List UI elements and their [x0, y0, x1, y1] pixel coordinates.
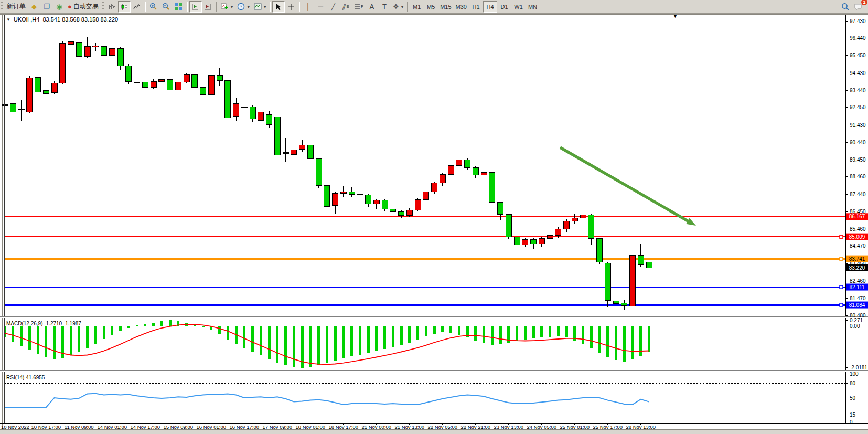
zoom-out-button[interactable] — [160, 1, 173, 13]
timeframe-button-m5[interactable]: M5 — [424, 1, 438, 13]
dropdown-icon: ▾ — [247, 4, 250, 9]
text-button[interactable]: A — [366, 1, 378, 13]
editor-icon: ◆ — [31, 3, 37, 10]
svg-text:94.430: 94.430 — [850, 70, 866, 76]
svg-text:96.440: 96.440 — [850, 35, 866, 41]
indicators-icon — [221, 3, 229, 10]
chart-canvas[interactable]: 97.43096.44095.45094.43093.44092.45091.4… — [0, 14, 868, 434]
crosshair-button[interactable] — [285, 1, 297, 13]
arrows-icon: ❖ — [393, 3, 399, 10]
svg-text:80: 80 — [850, 380, 856, 386]
svg-text:82.460: 82.460 — [850, 278, 866, 284]
channel-sub-label: E — [347, 4, 349, 9]
windows-button[interactable]: ❐ — [40, 1, 53, 13]
search-button[interactable] — [839, 1, 852, 13]
zoom-in-button[interactable] — [147, 1, 160, 13]
text-icon: A — [369, 3, 374, 10]
svg-text:83.741: 83.741 — [849, 256, 865, 262]
editor-button[interactable]: ◆ — [28, 1, 40, 13]
chart-title-bar[interactable]: ▼ UKOil-,H4 83.541 83.568 83.158 83.220 — [6, 16, 118, 23]
vertical-line-button[interactable]: │ — [302, 1, 314, 13]
svg-text:16 Nov 01:00: 16 Nov 01:00 — [196, 424, 226, 430]
timeframe-button-mn[interactable]: MN — [526, 1, 540, 13]
periods-button[interactable]: ▾ — [235, 1, 252, 13]
svg-text:25 Nov 17:00: 25 Nov 17:00 — [593, 424, 623, 430]
svg-text:83.220: 83.220 — [849, 265, 865, 271]
svg-text:84.470: 84.470 — [850, 243, 866, 249]
notification-badge[interactable]: 1 — [861, 0, 867, 5]
toolbar-separator — [407, 2, 408, 12]
arrows-button[interactable]: ❖ ▾ — [391, 1, 405, 13]
zoom-out-icon — [162, 3, 170, 10]
chart-window: 97.43096.44095.45094.43093.44092.45091.4… — [0, 14, 868, 434]
timeframe-button-d1[interactable]: D1 — [497, 1, 511, 13]
svg-text:91.430: 91.430 — [850, 122, 866, 128]
cursor-button[interactable] — [272, 1, 285, 13]
timeframe-button-m1[interactable]: M1 — [410, 1, 424, 13]
price-label-83.220: 83.220 — [846, 264, 868, 271]
trendline-button[interactable]: ╱ — [327, 1, 339, 13]
toolbar-grip[interactable] — [1, 2, 3, 12]
macd-indicator-label: MACD(12,26,9) -1.2710 -1.1987 — [6, 321, 81, 326]
svg-text:0: 0 — [850, 419, 853, 425]
toolbar-separator — [270, 2, 271, 12]
svg-text:15: 15 — [850, 412, 856, 418]
tile-windows-icon — [175, 3, 183, 10]
timeframe-button-m15[interactable]: M15 — [438, 1, 453, 13]
chart-shift-button[interactable] — [202, 1, 215, 13]
svg-text:14 Nov 01:00: 14 Nov 01:00 — [97, 424, 127, 430]
toolbar-grip[interactable] — [102, 2, 104, 12]
channel-button[interactable]: ∥E — [339, 1, 352, 13]
svg-text:11 Nov 09:00: 11 Nov 09:00 — [65, 424, 94, 430]
symbol-dropdown-icon[interactable]: ▼ — [6, 17, 10, 22]
text-label-button[interactable]: T — [378, 1, 391, 13]
svg-text:95.450: 95.450 — [850, 52, 866, 58]
hline-handle[interactable] — [840, 303, 843, 306]
svg-text:81.084: 81.084 — [849, 302, 865, 308]
svg-text:81.470: 81.470 — [850, 295, 866, 301]
hline-handle[interactable] — [840, 235, 843, 238]
new-order-button[interactable]: 新订单 — [5, 1, 28, 13]
svg-text:90.440: 90.440 — [850, 140, 866, 145]
signals-button[interactable]: ◉ — [53, 1, 66, 13]
search-icon — [841, 3, 850, 11]
price-label-83.741: 83.741 — [846, 256, 868, 262]
toolbar-right-group: 1 — [839, 1, 865, 13]
autotrading-button[interactable]: ● 自动交易 — [66, 1, 101, 13]
timeframe-button-h4[interactable]: H4 — [483, 1, 497, 13]
fibonacci-button[interactable]: ☰F — [352, 1, 366, 13]
horizontal-line-button[interactable]: ─ — [314, 1, 327, 13]
svg-text:97.430: 97.430 — [850, 18, 866, 24]
svg-text:93.440: 93.440 — [850, 88, 866, 93]
dropdown-icon: ▾ — [401, 4, 404, 9]
vertical-line-icon: │ — [306, 3, 310, 10]
toolbar-separator — [145, 2, 146, 12]
indicators-button[interactable]: ▾ — [219, 1, 235, 13]
svg-text:15 Nov 09:00: 15 Nov 09:00 — [163, 424, 193, 430]
svg-text:87.440: 87.440 — [850, 192, 866, 197]
svg-text:21 Nov 13:00: 21 Nov 13:00 — [394, 424, 424, 430]
timeframe-button-h1[interactable]: H1 — [469, 1, 483, 13]
svg-text:0.00: 0.00 — [850, 323, 860, 329]
svg-text:23 Nov 13:00: 23 Nov 13:00 — [494, 424, 523, 430]
hline-handle[interactable] — [840, 285, 843, 289]
bar-chart-icon — [108, 3, 115, 10]
svg-text:50: 50 — [850, 395, 856, 401]
candlestick-chart-button[interactable] — [118, 1, 131, 13]
tile-windows-button[interactable] — [173, 1, 185, 13]
line-chart-button[interactable] — [131, 1, 143, 13]
hline-handle[interactable] — [840, 257, 843, 260]
templates-button[interactable]: ▾ — [252, 1, 269, 13]
new-order-label: 新订单 — [7, 2, 26, 11]
toolbar-separator — [187, 2, 188, 12]
bar-chart-button[interactable] — [105, 1, 118, 13]
auto-scroll-button[interactable] — [189, 1, 202, 13]
timeframe-button-m30[interactable]: M30 — [454, 1, 469, 13]
svg-text:18 Nov 17:00: 18 Nov 17:00 — [328, 424, 358, 430]
timeframe-button-w1[interactable]: W1 — [511, 1, 526, 13]
cursor-icon — [275, 3, 282, 10]
svg-text:18 Nov 01:00: 18 Nov 01:00 — [295, 424, 325, 430]
auto-scroll-icon — [191, 3, 199, 10]
windows-icon: ❐ — [44, 3, 50, 10]
fibonacci-icon: ☰ — [354, 3, 360, 10]
